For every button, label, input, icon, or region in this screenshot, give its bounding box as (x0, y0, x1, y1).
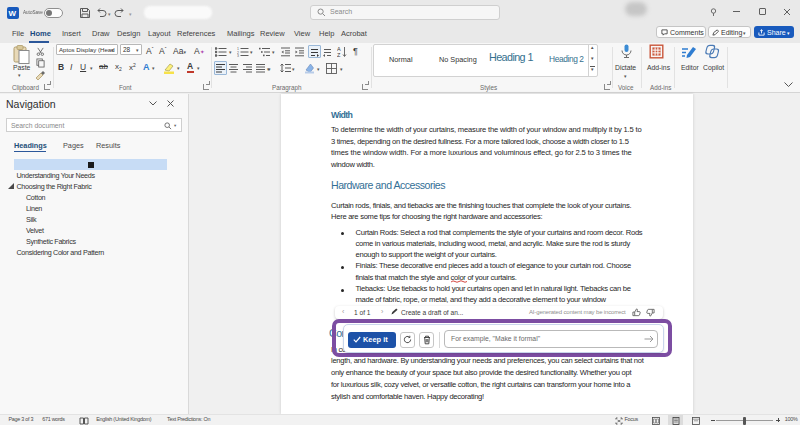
svg-text:3: 3 (237, 54, 239, 57)
svg-text:Z: Z (337, 52, 341, 58)
